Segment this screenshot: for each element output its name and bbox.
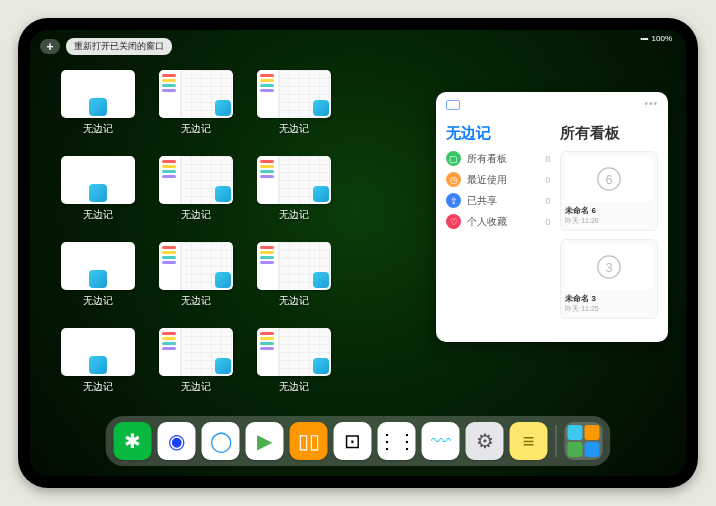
panel-right-title: 所有看板 xyxy=(556,124,658,143)
svg-text:3: 3 xyxy=(606,260,613,275)
menu-icon: ◷ xyxy=(446,172,461,187)
app-thumbnail xyxy=(159,328,233,376)
app-label: 无边记 xyxy=(181,122,211,136)
dock-freeform-icon[interactable]: 〰 xyxy=(422,422,460,460)
app-label: 无边记 xyxy=(181,294,211,308)
board-sub: 昨天 11:25 xyxy=(565,304,653,314)
app-label: 无边记 xyxy=(279,294,309,308)
app-label: 无边记 xyxy=(181,380,211,394)
app-label: 无边记 xyxy=(279,122,309,136)
app-thumbnail xyxy=(159,156,233,204)
app-tile[interactable]: 无边记 xyxy=(156,156,236,226)
dock-dice-icon[interactable]: ⊡ xyxy=(334,422,372,460)
dock-dots-icon[interactable]: ⋮⋮ xyxy=(378,422,416,460)
app-thumbnail xyxy=(257,70,331,118)
more-icon[interactable]: ••• xyxy=(644,98,658,109)
add-button[interactable]: + xyxy=(40,39,60,54)
menu-item[interactable]: ♡个人收藏0 xyxy=(446,214,556,229)
menu-label: 所有看板 xyxy=(467,152,507,166)
app-tile[interactable]: 无边记 xyxy=(58,328,138,398)
app-label: 无边记 xyxy=(83,294,113,308)
app-label: 无边记 xyxy=(181,208,211,222)
app-thumbnail xyxy=(159,70,233,118)
battery-label: 100% xyxy=(652,34,672,43)
app-thumbnail xyxy=(257,156,331,204)
menu-icon: ▢ xyxy=(446,151,461,166)
app-thumbnail xyxy=(159,242,233,290)
board-label: 未命名 3 xyxy=(565,293,653,304)
ipad-device: •••• 100% + 重新打开已关闭的窗口 无边记无边记无边记无边记无边记无边… xyxy=(18,18,698,488)
board-card[interactable]: 6未命名 6昨天 11:26 xyxy=(560,151,658,231)
dock-wechat-icon[interactable]: ✱ xyxy=(114,422,152,460)
menu-icon: ♡ xyxy=(446,214,461,229)
app-tile[interactable]: 无边记 xyxy=(58,70,138,140)
menu-item[interactable]: ⇪已共享0 xyxy=(446,193,556,208)
app-tile[interactable]: 无边记 xyxy=(58,156,138,226)
menu-count: 8 xyxy=(545,154,556,164)
app-tile[interactable]: 无边记 xyxy=(156,70,236,140)
board-sub: 昨天 11:26 xyxy=(565,216,653,226)
app-tile[interactable]: 无边记 xyxy=(58,242,138,312)
board-label: 未命名 6 xyxy=(565,205,653,216)
dock-play-icon[interactable]: ▶ xyxy=(246,422,284,460)
panel-left: 无边记 ▢所有看板8◷最近使用0⇪已共享0♡个人收藏0 xyxy=(446,102,556,332)
app-switcher-grid: 无边记无边记无边记无边记无边记无边记无边记无边记无边记无边记无边记无边记 xyxy=(58,70,334,398)
wifi-icon: •••• xyxy=(640,34,647,43)
panel-left-title: 无边记 xyxy=(446,124,556,143)
reopen-window-button[interactable]: 重新打开已关闭的窗口 xyxy=(66,38,172,55)
app-label: 无边记 xyxy=(279,208,309,222)
board-card[interactable]: 3未命名 3昨天 11:25 xyxy=(560,239,658,319)
app-thumbnail xyxy=(61,242,135,290)
app-tile[interactable]: 无边记 xyxy=(156,328,236,398)
app-label: 无边记 xyxy=(83,380,113,394)
dock-recent-group[interactable] xyxy=(565,422,603,460)
dock-notes-icon[interactable]: ≡ xyxy=(510,422,548,460)
menu-count: 0 xyxy=(545,196,556,206)
menu-item[interactable]: ◷最近使用0 xyxy=(446,172,556,187)
app-tile[interactable]: 无边记 xyxy=(254,70,334,140)
panel-menu: ▢所有看板8◷最近使用0⇪已共享0♡个人收藏0 xyxy=(446,151,556,229)
menu-count: 0 xyxy=(545,175,556,185)
menu-item[interactable]: ▢所有看板8 xyxy=(446,151,556,166)
app-tile[interactable]: 无边记 xyxy=(156,242,236,312)
menu-icon: ⇪ xyxy=(446,193,461,208)
dock: ✱◉◯▶▯▯⊡⋮⋮〰⚙≡ xyxy=(106,416,611,466)
svg-text:6: 6 xyxy=(606,172,613,187)
screen: •••• 100% + 重新打开已关闭的窗口 无边记无边记无边记无边记无边记无边… xyxy=(30,30,686,476)
app-label: 无边记 xyxy=(83,208,113,222)
dock-settings-icon[interactable]: ⚙ xyxy=(466,422,504,460)
app-tile[interactable]: 无边记 xyxy=(254,242,334,312)
menu-label: 已共享 xyxy=(467,194,497,208)
menu-label: 最近使用 xyxy=(467,173,507,187)
app-thumbnail xyxy=(61,70,135,118)
app-thumbnail xyxy=(257,328,331,376)
board-thumb: 6 xyxy=(565,156,653,202)
app-label: 无边记 xyxy=(83,122,113,136)
dock-separator xyxy=(556,425,557,457)
status-bar: •••• 100% xyxy=(640,34,672,43)
dock-quark-icon[interactable]: ◯ xyxy=(202,422,240,460)
app-tile[interactable]: 无边记 xyxy=(254,156,334,226)
app-thumbnail xyxy=(61,328,135,376)
board-cards: 6未命名 6昨天 11:263未命名 3昨天 11:25 xyxy=(556,151,658,319)
app-thumbnail xyxy=(61,156,135,204)
menu-count: 0 xyxy=(545,217,556,227)
app-label: 无边记 xyxy=(279,380,309,394)
dock-hd-icon[interactable]: ◉ xyxy=(158,422,196,460)
app-tile[interactable]: 无边记 xyxy=(254,328,334,398)
sidebar-toggle-icon[interactable] xyxy=(446,100,460,110)
menu-label: 个人收藏 xyxy=(467,215,507,229)
panel-right: 所有看板 6未命名 6昨天 11:263未命名 3昨天 11:25 xyxy=(556,102,658,332)
app-thumbnail xyxy=(257,242,331,290)
top-bar: + 重新打开已关闭的窗口 xyxy=(40,38,172,55)
freeform-panel: ••• 无边记 ▢所有看板8◷最近使用0⇪已共享0♡个人收藏0 所有看板 6未命… xyxy=(436,92,668,342)
board-thumb: 3 xyxy=(565,244,653,290)
dock-books-icon[interactable]: ▯▯ xyxy=(290,422,328,460)
